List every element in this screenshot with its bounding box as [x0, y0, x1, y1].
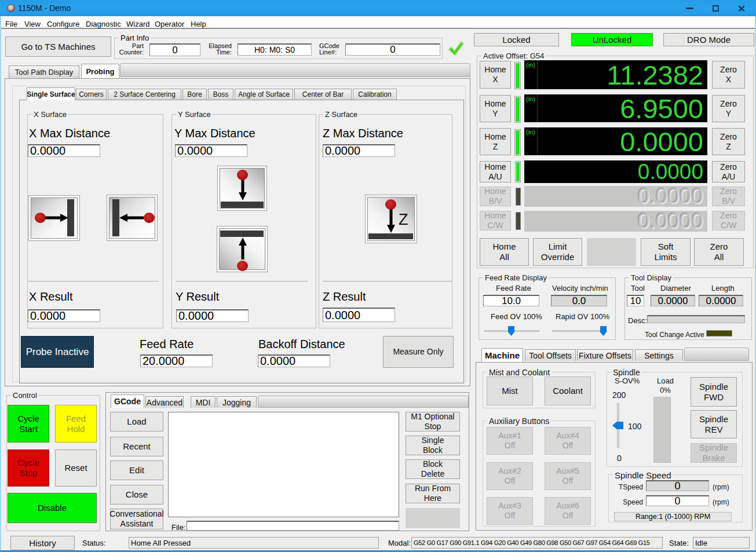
svg-text:Z: Z	[399, 211, 408, 228]
